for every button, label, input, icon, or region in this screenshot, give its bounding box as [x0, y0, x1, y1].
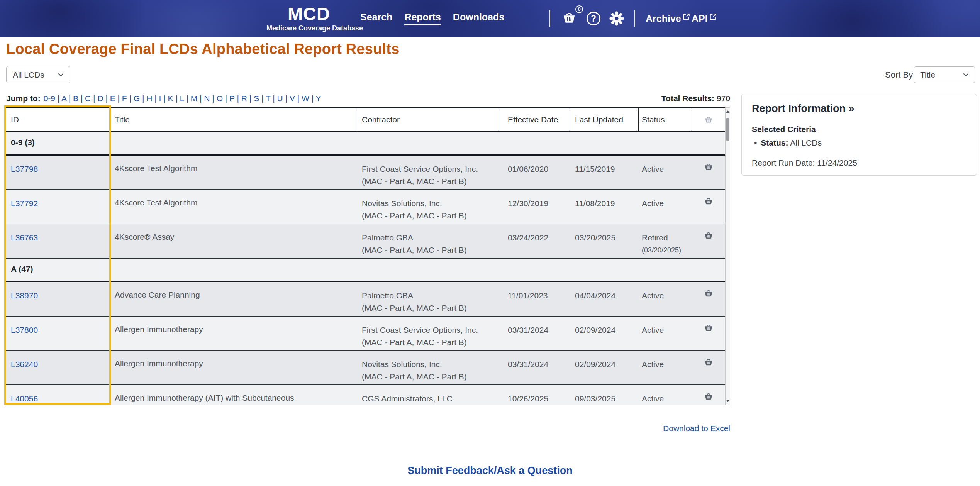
col-header-status[interactable]: Status [639, 108, 692, 131]
cell-effective-date: 03/24/2022 [500, 224, 570, 258]
jump-separator: | [184, 94, 191, 103]
table-scrollbar[interactable] [725, 107, 730, 405]
cell-last-updated: 03/20/2025 [570, 224, 639, 258]
jump-link-O[interactable]: O [217, 94, 223, 103]
archive-link[interactable]: Archive [646, 0, 690, 37]
col-header-last-updated[interactable]: Last Updated [570, 108, 639, 131]
add-to-basket-button[interactable] [692, 317, 725, 350]
jump-link-S[interactable]: S [254, 94, 259, 103]
cell-id: L40056 [6, 385, 109, 405]
table-row: L36240 Allergen Immunotherapy Novitas So… [6, 351, 725, 385]
jump-link-P[interactable]: P [229, 94, 235, 103]
cell-status: Active [639, 351, 692, 384]
jump-separator: | [197, 94, 204, 103]
jump-separator: | [223, 94, 229, 103]
add-to-basket-button[interactable] [692, 282, 725, 316]
download-to-excel-link[interactable]: Download to Excel [663, 424, 730, 433]
cell-effective-date: 12/30/2019 [500, 190, 570, 224]
col-header-id[interactable]: ID [6, 108, 109, 131]
settings-button[interactable] [608, 0, 626, 37]
jump-link-D[interactable]: D [97, 94, 103, 103]
lcd-id-link[interactable]: L36240 [11, 360, 38, 369]
jump-link-W[interactable]: W [302, 94, 309, 103]
nav-search[interactable]: Search [360, 12, 392, 25]
lcd-id-link[interactable]: L36763 [11, 233, 38, 242]
jump-link-F[interactable]: F [122, 94, 127, 103]
cell-last-updated: 11/08/2019 [570, 190, 639, 224]
add-to-basket-button[interactable] [692, 385, 725, 405]
jump-link-A[interactable]: A [61, 94, 66, 103]
contractor-detail: (MAC - Part A, MAC - Part B) [362, 371, 500, 383]
status-value: Retired [642, 232, 692, 244]
main-nav: Search Reports Downloads [360, 0, 504, 37]
col-header-effective-date[interactable]: Effective Date [500, 108, 570, 131]
external-link-icon [683, 14, 690, 20]
cell-contractor: CGS Administrators, LLC [356, 385, 500, 405]
jump-link-E[interactable]: E [110, 94, 115, 103]
scrollbar-down-button[interactable] [726, 397, 730, 405]
submit-feedback-link[interactable]: Submit Feedback/Ask a Question [0, 465, 980, 477]
lcd-filter-select[interactable]: All LCDs [6, 66, 70, 83]
cell-effective-date: 03/31/2024 [500, 351, 570, 384]
api-link[interactable]: API [692, 0, 716, 37]
total-results: Total Results: 970 [661, 94, 730, 103]
jump-separator: | [259, 94, 266, 103]
basket-count-badge: 0 [575, 5, 583, 13]
lcd-id-link[interactable]: L37792 [11, 199, 38, 208]
table-row: L40056 Allergen Immunotherapy (AIT) with… [6, 385, 725, 405]
jump-link-T[interactable]: T [266, 94, 270, 103]
add-to-basket-button[interactable] [692, 351, 725, 384]
nav-reports[interactable]: Reports [404, 12, 441, 25]
lcd-id-link[interactable]: L37798 [11, 164, 38, 173]
contractor-detail: (MAC - Part A, MAC - Part B) [362, 244, 500, 256]
jump-link-C[interactable]: C [85, 94, 91, 103]
cell-status: Active [639, 282, 692, 316]
sort-by-select[interactable]: Title [914, 66, 975, 83]
table-header-row: ID Title Contractor Effective Date Last … [6, 107, 725, 132]
jump-link-M[interactable]: M [191, 94, 198, 103]
jump-link-H[interactable]: H [146, 94, 152, 103]
nav-downloads[interactable]: Downloads [453, 12, 504, 25]
col-header-title[interactable]: Title [109, 108, 356, 131]
jump-link-V[interactable]: V [290, 94, 295, 103]
scrollbar-thumb[interactable] [726, 118, 729, 141]
lcd-id-link[interactable]: L38970 [11, 291, 38, 300]
cell-status: Active [639, 317, 692, 350]
cell-last-updated: 02/09/2024 [570, 317, 639, 350]
lcd-id-link[interactable]: L40056 [11, 394, 38, 403]
table-row: L37798 4Kscore Test Algorithm First Coas… [6, 156, 725, 190]
jump-link-G[interactable]: G [134, 94, 140, 103]
help-button[interactable]: ? [585, 0, 602, 37]
jump-separator: | [295, 94, 302, 103]
status-value: Active [642, 290, 692, 302]
scrollbar-up-button[interactable] [726, 108, 730, 115]
add-to-basket-button[interactable] [692, 190, 725, 224]
cell-contractor: Novitas Solutions, Inc. (MAC - Part A, M… [356, 190, 500, 224]
add-to-basket-button[interactable] [692, 156, 725, 189]
cell-title: Allergen Immunotherapy [109, 351, 356, 384]
table-row: L36763 4Kscore® Assay Palmetto GBA (MAC … [6, 224, 725, 259]
lcd-id-link[interactable]: L37800 [11, 325, 38, 334]
basket-button[interactable]: 0 [559, 0, 579, 37]
jump-link-L[interactable]: L [180, 94, 184, 103]
cell-effective-date: 10/26/2025 [500, 385, 570, 405]
jump-link-U[interactable]: U [277, 94, 283, 103]
cell-id: L38970 [6, 282, 109, 316]
jump-link-N[interactable]: N [204, 94, 210, 103]
jump-link-0-9[interactable]: 0-9 [44, 94, 55, 103]
jump-link-R[interactable]: R [241, 94, 247, 103]
add-to-basket-button[interactable] [692, 224, 725, 258]
jump-link-Y[interactable]: Y [316, 94, 321, 103]
help-icon: ? [587, 12, 600, 25]
jump-link-B[interactable]: B [73, 94, 78, 103]
jump-separator: | [270, 94, 277, 103]
chevron-down-icon [58, 73, 64, 76]
cell-last-updated: 11/15/2019 [570, 156, 639, 189]
jump-to-row: Jump to:0-9 | A | B | C | D | E | F | G … [6, 94, 321, 103]
report-information-title[interactable]: Report Information » [752, 103, 966, 115]
col-header-contractor[interactable]: Contractor [356, 108, 500, 131]
triangle-down-icon [726, 400, 730, 402]
jump-link-K[interactable]: K [168, 94, 173, 103]
basket-icon [704, 323, 714, 333]
mcd-logo[interactable]: MCD Medicare Coverage Database [266, 4, 351, 32]
